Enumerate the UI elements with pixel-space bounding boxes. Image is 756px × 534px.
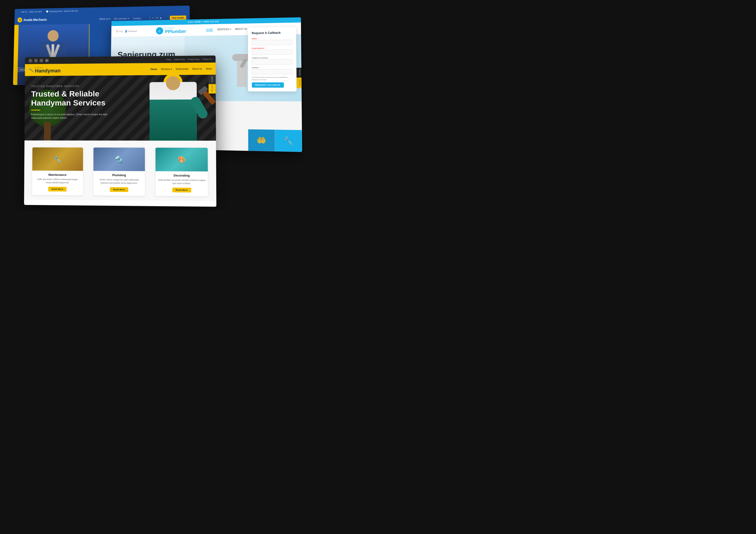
maintenance-read-more[interactable]: Read More <box>48 187 67 192</box>
plumber-icon-hands: 🤲 <box>248 129 275 151</box>
hm-nav-news[interactable]: News <box>206 67 212 70</box>
hero-divider <box>31 110 40 110</box>
callback-submit-btn[interactable]: REQUEST CALLBACK <box>252 82 284 88</box>
name-input[interactable] <box>252 40 292 45</box>
plumber-icon-cards: 🤲 🔧 <box>248 129 302 152</box>
address-input[interactable] <box>252 69 292 74</box>
handyman-hero-text: TRUSTED HANDYMAN SERVICES Trusted & Reli… <box>31 85 110 120</box>
mechanic-buy-btn[interactable]: Buy Avada <box>170 15 186 20</box>
handyman-header: 🔨 AVADA Handyman Home Services ▾ Testimo… <box>25 63 216 76</box>
nav-services[interactable]: SERVICES ▾ <box>217 28 231 31</box>
worker-head <box>47 30 59 41</box>
handyman-nav: Home Services ▾ Testimonials About Us Ne… <box>150 67 212 70</box>
address-field: Address : <box>252 66 293 74</box>
handyman-services: 🔧 Maintenance Nulla quis lorem ut libero… <box>24 141 216 201</box>
maintenance-image: 🔧 <box>32 147 83 171</box>
name-field: Name : * <box>252 37 292 45</box>
plumber-logo-text: PPlumber <box>165 29 186 34</box>
maintenance-desc: Nulla quis lorem ut libero malesuada feu… <box>34 178 81 184</box>
youtube-icon[interactable]: ▶ <box>45 59 49 62</box>
handyman-card: f 𝕏 📷 ▶ FAQs Safety Policy Privacy Polic… <box>24 56 216 207</box>
telephone-label: Telephone Number : <box>252 57 292 59</box>
social-icons: f 𝕏 📷 ▶ <box>150 17 162 19</box>
mechanic-nav-links: About us ▾ Our services ▾ Contact <box>99 17 141 20</box>
callback-card: Request A Callback Name : * Email Addres… <box>248 27 297 92</box>
plumbing-read-more[interactable]: Read More <box>110 187 128 192</box>
facebook-icon[interactable]: f <box>29 59 33 63</box>
hm-nav-testimonials[interactable]: Testimonials <box>176 67 189 70</box>
mechanic-hours: Opening hours : Mon-Fri 8h-15h <box>49 10 78 13</box>
clock-icon: 🕐 <box>46 10 48 13</box>
handyman-logo-text: Handyman <box>35 68 61 73</box>
nav-contact[interactable]: Contact <box>133 17 141 20</box>
nav-services[interactable]: Our services ▾ <box>114 17 129 20</box>
handyman-logo-icon: 🔨 <box>29 67 34 73</box>
email-label: Email Address : * <box>252 47 292 49</box>
hero-desc: Pellentesque in ipsum id orci porta dapi… <box>31 113 109 120</box>
callback-title: Request A Callback <box>252 31 292 35</box>
plumber-logo-icon: 💧 <box>156 27 163 35</box>
nav-about[interactable]: About us ▾ <box>99 17 110 20</box>
nav-home[interactable]: HOME <box>206 28 213 31</box>
faq-link[interactable]: ❓ FAQ <box>116 30 122 33</box>
mechanic-logo-icon: ⚙ <box>17 17 22 22</box>
worker-head <box>166 76 180 90</box>
telephone-field: Telephone Number : <box>252 57 292 65</box>
handyman-social: f 𝕏 📷 ▶ <box>29 59 49 62</box>
hm-nav-about[interactable]: About Us <box>192 67 202 70</box>
worker-arms <box>40 44 66 58</box>
maintenance-title: Maintenance <box>35 173 81 177</box>
faqs-link[interactable]: FAQs <box>167 58 171 61</box>
hm-nav-services[interactable]: Services ▾ <box>161 68 172 70</box>
hm-nav-home[interactable]: Home <box>150 68 157 70</box>
handyman-buy-btn[interactable]: Buy Now <box>208 84 216 93</box>
decorating-image: 🎨 <box>155 147 208 172</box>
decorating-desc: Nulla porttitor accumsan tincidunt vivam… <box>158 179 205 185</box>
telephone-input[interactable] <box>252 59 292 65</box>
email-input[interactable] <box>252 49 292 55</box>
handyman-logo: 🔨 AVADA Handyman <box>29 67 61 73</box>
plumbing-desc: Donec rutrum congue leo eget malesuada p… <box>96 178 143 185</box>
mechanic-phone: Call us : 1.800.123.4567 <box>21 11 42 13</box>
tree-trunk <box>44 122 51 140</box>
user-link[interactable]: 👤 Ferdinand <box>125 30 137 33</box>
address-label: Address : <box>252 66 292 69</box>
service-card-plumbing: 🔩 Plumbing Donec rutrum congue leo eget … <box>94 147 145 196</box>
handyman-topbar-links: FAQs Safety Policy Privacy Policy Contac… <box>167 58 212 61</box>
privacy-link[interactable]: Privacy Policy <box>188 58 200 60</box>
plumbing-image: 🔩 <box>94 147 145 171</box>
service-card-maintenance: 🔧 Maintenance Nulla quis lorem ut libero… <box>32 147 83 196</box>
decorating-title: Decorating <box>158 174 205 177</box>
email-field: Email Address : * <box>252 47 292 55</box>
contact-link[interactable]: Contact Us <box>202 58 212 60</box>
handyman-sidebar-btns: Website Buy Now <box>208 75 216 93</box>
plumber-logo: 💧 AVADA PPlumber <box>156 27 186 34</box>
handyman-worker <box>135 75 202 141</box>
plumber-call-text: CALL NOW: 1-800-123-444 <box>188 20 219 23</box>
mechanic-logo: ⚙ Avada Mechanic <box>17 17 47 22</box>
safety-link[interactable]: Safety Policy <box>174 58 185 60</box>
handyman-hero: TRUSTED HANDYMAN SERVICES Trusted & Reli… <box>24 75 216 141</box>
plumbing-title: Plumbing <box>96 173 143 177</box>
handyman-website-btn[interactable]: Website <box>208 75 216 84</box>
hero-title: Trusted & Reliable Handyman Services <box>31 89 109 108</box>
service-card-decorating: 🎨 Decorating Nulla porttitor accumsan ti… <box>155 147 208 196</box>
twitter-icon[interactable]: 𝕏 <box>34 59 38 63</box>
instagram-icon[interactable]: 📷 <box>40 59 43 62</box>
name-label: Name : * <box>252 37 292 40</box>
plumber-icon-pipe: 🔧 <box>275 130 302 152</box>
services-cards: 🔧 Maintenance Nulla quis lorem ut libero… <box>29 147 212 196</box>
worker-figure <box>149 82 197 141</box>
decorating-read-more[interactable]: Read More <box>172 188 191 192</box>
phone-icon: 📞 <box>18 11 20 13</box>
callback-note: Our team will be in touch as soon as pos… <box>252 76 293 81</box>
nav-about[interactable]: ABOUT US <box>235 28 247 31</box>
mechanic-logo-text: Avada Mechanic <box>23 18 47 22</box>
hero-subtitle: TRUSTED HANDYMAN SERVICES <box>31 85 110 88</box>
plumber-topright: ❓ FAQ 👤 Ferdinand <box>116 30 137 33</box>
